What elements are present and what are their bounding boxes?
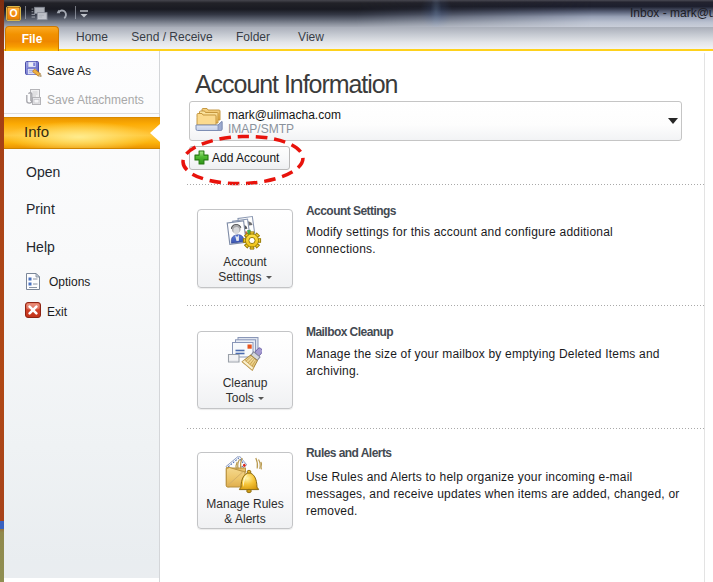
svg-text:O: O [9, 7, 17, 19]
